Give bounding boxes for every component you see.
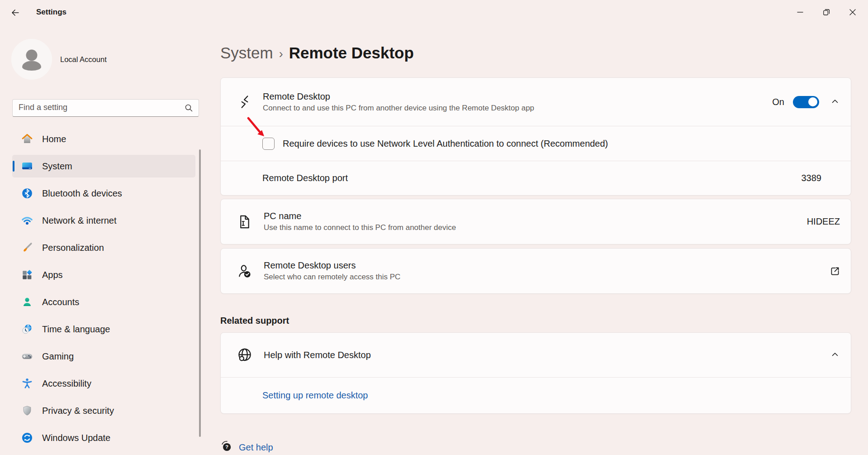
back-arrow-icon (10, 8, 20, 19)
port-label: Remote Desktop port (262, 173, 348, 183)
svg-text:?: ? (225, 444, 228, 450)
web-globe-icon (236, 347, 254, 363)
sidebar-item-privacy[interactable]: Privacy & security (12, 399, 195, 422)
remote-desktop-title: Remote Desktop (263, 91, 534, 102)
search-input[interactable] (12, 99, 199, 117)
toggle-knob (808, 97, 817, 106)
back-button[interactable] (7, 5, 24, 21)
avatar (11, 39, 52, 80)
apps-icon (21, 269, 33, 281)
user-check-icon (236, 263, 254, 279)
related-support-heading: Related support (220, 316, 851, 326)
account-name: Local Account (60, 55, 107, 64)
help-header-row[interactable]: Help with Remote Desktop (221, 333, 851, 377)
remote-desktop-icon (236, 94, 254, 110)
privacy-icon (21, 405, 33, 417)
accessibility-icon (21, 378, 33, 389)
personalization-icon (21, 242, 33, 254)
selected-indicator (13, 161, 14, 172)
users-description: Select who can remotely access this PC (264, 273, 400, 282)
get-help-row: ? Get help (220, 440, 851, 455)
get-help-link[interactable]: Get help (239, 442, 273, 453)
help-collapse-button[interactable] (827, 347, 843, 363)
sidebar: Local Account Home System (0, 25, 204, 455)
nla-row: Require devices to use Network Level Aut… (221, 126, 851, 161)
help-link-row: Setting up remote desktop (221, 378, 851, 413)
network-icon (21, 215, 33, 226)
toggle-state-label: On (772, 97, 784, 107)
sidebar-item-label: Bluetooth & devices (42, 188, 122, 199)
search-box (12, 99, 199, 117)
restore-button[interactable] (813, 2, 840, 23)
sidebar-item-label: Gaming (42, 351, 74, 362)
close-icon (848, 8, 857, 18)
pc-name-card: PC name Use this name to connect to this… (220, 199, 851, 244)
page-title: Remote Desktop (289, 43, 414, 63)
sidebar-item-windows-update[interactable]: Windows Update (12, 426, 195, 449)
pc-name-title: PC name (264, 211, 456, 221)
remote-desktop-toggle[interactable] (793, 96, 819, 108)
external-link-icon[interactable] (828, 264, 842, 278)
windows-update-icon (21, 432, 33, 444)
sidebar-item-label: Accounts (42, 297, 79, 307)
sidebar-item-bluetooth[interactable]: Bluetooth & devices (12, 182, 195, 205)
sidebar-item-accounts[interactable]: Accounts (12, 291, 195, 313)
setting-up-remote-desktop-link[interactable]: Setting up remote desktop (262, 390, 368, 401)
remote-desktop-description: Connect to and use this PC from another … (263, 104, 534, 113)
get-help-icon: ? (220, 440, 233, 455)
sidebar-item-label: Privacy & security (42, 406, 114, 416)
account-section[interactable]: Local Account (11, 39, 107, 80)
sidebar-item-label: Apps (42, 270, 63, 280)
sidebar-item-system[interactable]: System (12, 155, 195, 177)
titlebar: Settings (0, 0, 868, 25)
remote-desktop-card: Remote Desktop Connect to and use this P… (220, 77, 851, 196)
chevron-up-icon (830, 350, 840, 361)
minimize-icon (796, 8, 805, 18)
main-content: System › Remote Desktop Remote Desktop C… (220, 25, 851, 455)
sidebar-item-label: Network & internet (42, 216, 117, 226)
sidebar-item-label: Windows Update (42, 433, 110, 443)
close-button[interactable] (840, 2, 866, 23)
help-card: Help with Remote Desktop Setting up remo… (220, 332, 851, 414)
minimize-button[interactable] (787, 2, 813, 23)
sidebar-item-home[interactable]: Home (12, 128, 195, 150)
window-controls (787, 2, 866, 23)
restore-icon (822, 8, 831, 18)
accounts-icon (21, 296, 33, 308)
sidebar-item-apps[interactable]: Apps (12, 263, 195, 286)
sidebar-item-label: System (42, 161, 72, 172)
sidebar-scrollbar[interactable] (199, 149, 201, 437)
bluetooth-icon (21, 187, 33, 199)
port-row: Remote Desktop port 3389 (221, 161, 851, 195)
port-value: 3389 (802, 173, 822, 183)
sidebar-item-label: Accessibility (42, 378, 91, 389)
help-title: Help with Remote Desktop (264, 350, 371, 360)
sidebar-item-accessibility[interactable]: Accessibility (12, 372, 195, 395)
expander-collapse-button[interactable] (827, 94, 843, 110)
home-icon (21, 133, 33, 145)
time-language-icon (21, 323, 33, 335)
chevron-up-icon (830, 96, 840, 108)
sidebar-item-label: Home (42, 134, 66, 144)
settings-window: Settings Local Account (0, 0, 868, 455)
nla-checkbox[interactable] (262, 138, 275, 150)
pc-name-description: Use this name to connect to this PC from… (264, 223, 456, 232)
breadcrumb-parent[interactable]: System (220, 43, 273, 63)
sidebar-item-network[interactable]: Network & internet (12, 209, 195, 232)
sidebar-item-label: Time & language (42, 324, 110, 335)
sidebar-item-time-language[interactable]: Time & language (12, 318, 195, 340)
users-title: Remote Desktop users (264, 260, 400, 271)
sidebar-nav: Home System Bluetooth & devices Net (12, 128, 195, 454)
gaming-icon (21, 350, 33, 362)
remote-desktop-users-card[interactable]: Remote Desktop users Select who can remo… (220, 248, 851, 294)
breadcrumb-separator-icon: › (279, 42, 283, 64)
system-icon (21, 160, 33, 172)
app-title: Settings (36, 8, 66, 18)
breadcrumb: System › Remote Desktop (220, 42, 851, 64)
sidebar-item-personalization[interactable]: Personalization (12, 236, 195, 259)
nla-label: Require devices to use Network Level Aut… (283, 139, 608, 149)
sidebar-item-gaming[interactable]: Gaming (12, 345, 195, 368)
remote-desktop-header-row[interactable]: Remote Desktop Connect to and use this P… (221, 78, 851, 126)
rename-document-icon (236, 214, 254, 230)
pc-name-value: HIDEEZ (807, 216, 840, 227)
